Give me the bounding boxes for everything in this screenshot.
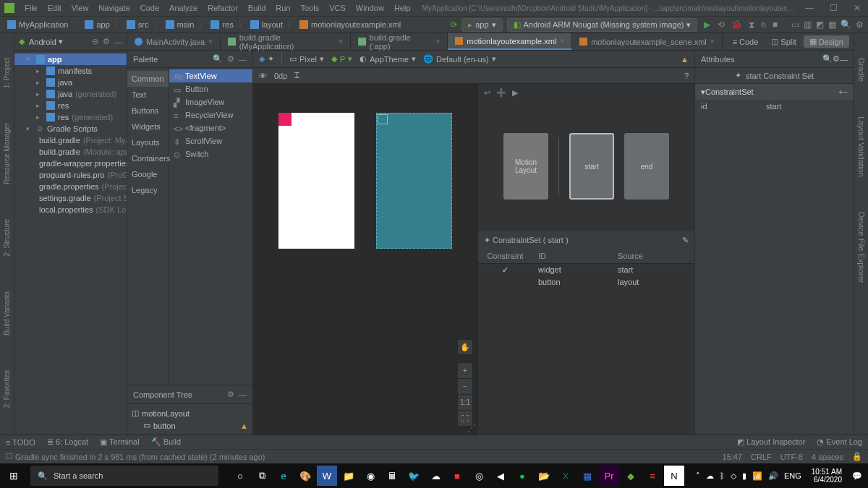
hide-icon[interactable]: — (239, 390, 247, 399)
menu-build[interactable]: Build (244, 1, 270, 14)
blueprint-preview[interactable] (376, 113, 452, 249)
tool-structure[interactable]: 2: Structure (3, 216, 11, 260)
tab-build-app[interactable]: build.gradle (:app)× (351, 33, 448, 50)
tray-dropbox-icon[interactable]: ◇ (731, 471, 736, 481)
explorer-icon[interactable]: 📁 (339, 466, 359, 486)
debug-icon[interactable]: 🐞 (731, 20, 742, 30)
tree-gradle-3[interactable]: proguard-rules.pro (ProGu (14, 169, 127, 181)
zoom-in-icon[interactable]: + (458, 363, 472, 379)
motion-box-layout[interactable]: Motion Layout (503, 133, 548, 200)
settings-icon[interactable]: ⚙ (856, 20, 864, 30)
menu-edit[interactable]: Edit (43, 1, 66, 14)
chrome-icon[interactable]: ◎ (469, 466, 489, 486)
tool-build[interactable]: 🔨 Build (151, 437, 182, 447)
collapse-icon[interactable]: ⊖ (92, 37, 98, 46)
motion-play-icon[interactable]: ▶ (512, 88, 518, 98)
tree-gradle-4[interactable]: gradle.properties (Project (14, 181, 127, 192)
tray-wifi-icon[interactable]: 📶 (752, 471, 762, 481)
tree-res-gen[interactable]: ▸res (generated) (14, 111, 127, 123)
status-indent[interactable]: 4 spaces (812, 453, 843, 461)
android-studio-icon[interactable]: ◆ (621, 466, 641, 486)
steam-icon[interactable]: ◉ (360, 466, 380, 486)
app-8[interactable]: 🐦 (404, 466, 424, 486)
design-preview[interactable] (278, 113, 354, 249)
button-view[interactable] (278, 113, 292, 126)
notion-icon[interactable]: N (664, 466, 684, 486)
mode-design[interactable]: ▦ Design (804, 35, 849, 48)
sync-icon[interactable]: ⟳ (451, 20, 457, 30)
sdk-manager-icon[interactable]: ▥ (804, 20, 812, 30)
stop-icon[interactable]: ■ (773, 20, 778, 30)
tray-bluetooth-icon[interactable]: ᛒ (720, 471, 725, 480)
item-recyclerview[interactable]: ≡RecyclerView (169, 108, 252, 121)
cat-common[interactable]: Common (127, 71, 169, 87)
locale-picker[interactable]: 🌐 Default (en-us) ▾ (423, 54, 496, 64)
item-textview[interactable]: AbTextView (169, 69, 252, 82)
folder-icon[interactable]: 📂 (534, 466, 554, 486)
tree-gradle-0[interactable]: build.gradle (Project: MyA (14, 134, 127, 146)
status-line-sep[interactable]: CRLF (751, 453, 772, 461)
gear-icon[interactable]: ⚙ (227, 54, 234, 64)
menu-tools[interactable]: Tools (296, 1, 323, 14)
tree-java-gen[interactable]: ▸java (generated) (14, 88, 127, 100)
constraint-row-1[interactable]: button layout (478, 276, 694, 288)
ct-button[interactable]: ▭button▲ (127, 419, 252, 432)
tree-gradle-scripts[interactable]: ▾⛭Gradle Scripts (14, 123, 127, 134)
tab-build-proj[interactable]: build.gradle (MyApplication)× (221, 33, 351, 50)
tool-terminal[interactable]: ▣ Terminal (100, 437, 139, 447)
menu-help[interactable]: Help (390, 1, 415, 14)
cat-legacy[interactable]: Legacy (127, 182, 169, 198)
tool-favorites[interactable]: 2: Favorites (3, 367, 11, 411)
theme-picker[interactable]: ◐ AppTheme ▾ (359, 54, 416, 64)
tree-res[interactable]: ▸res (14, 100, 127, 111)
crumb-app[interactable]: app (82, 20, 112, 29)
crumb-res[interactable]: res (208, 20, 236, 29)
ct-motionlayout[interactable]: ◫motionLayout (127, 407, 252, 419)
design-surface[interactable]: ⋰ ✋ + − 1:1 ⛶ (253, 84, 477, 435)
calc-icon[interactable]: 🖩 (382, 466, 402, 486)
cat-buttons[interactable]: Buttons (127, 103, 169, 119)
start-button[interactable]: ⊞ (0, 470, 27, 481)
help-icon[interactable]: ? (684, 72, 689, 80)
task-view-icon[interactable]: ⧉ (252, 466, 272, 486)
apply-changes-icon[interactable]: ⟲ (718, 20, 725, 30)
constraint-row-0[interactable]: ✓ widget start (478, 264, 694, 276)
motion-add-icon[interactable]: ➕ (496, 88, 506, 98)
warning-icon[interactable]: ▲ (681, 55, 689, 64)
premiere-icon[interactable]: Pr (599, 466, 619, 486)
app-10[interactable]: ■ (447, 466, 467, 486)
gear-icon[interactable]: ⚙ (833, 54, 840, 64)
app-9[interactable]: ☁ (425, 466, 446, 486)
tree-manifests[interactable]: ▸manifests (14, 65, 127, 77)
menu-refactor[interactable]: Refactor (203, 1, 242, 14)
tree-gradle-2[interactable]: gradle-wrapper.properties (14, 158, 127, 169)
spotify-icon[interactable]: ● (512, 466, 532, 486)
mode-code[interactable]: ≡ Code (727, 36, 765, 48)
zoom-11-icon[interactable]: 1:1 (458, 395, 472, 411)
item-switch[interactable]: ⊙Switch (169, 147, 252, 160)
cat-containers[interactable]: Containers (127, 150, 169, 166)
tool-logcat[interactable]: ≣ 6: Logcat (47, 437, 88, 447)
zoom-field[interactable]: 0dp (274, 72, 287, 80)
status-caret[interactable]: 15:47 (723, 453, 743, 461)
project-view-selector[interactable]: Android▾ (29, 37, 63, 46)
cat-google[interactable]: Google (127, 166, 169, 182)
menu-window[interactable]: Window (352, 1, 388, 14)
attach-icon[interactable]: ⎋ (761, 20, 766, 30)
edge-icon[interactable]: e (273, 466, 294, 486)
search-icon[interactable]: 🔍 (841, 20, 851, 30)
maximize-button[interactable]: ☐ (827, 3, 841, 13)
paint-icon[interactable]: 🎨 (295, 466, 315, 486)
hide-icon[interactable]: — (239, 55, 247, 64)
tab-mainactivity[interactable]: MainActivity.java× (127, 33, 221, 50)
hide-icon[interactable]: — (114, 38, 122, 46)
project-tree[interactable]: ▾app ▸manifests ▸java ▸java (generated) … (14, 51, 127, 435)
gear-icon[interactable]: ⚙ (103, 37, 110, 46)
menu-run[interactable]: Run (271, 1, 294, 14)
resource-manager-icon[interactable]: ▦ (828, 20, 836, 30)
run-config-selector[interactable]: ▸app▾ (461, 18, 502, 32)
menu-vcs[interactable]: VCS (325, 1, 350, 14)
mode-split[interactable]: ◫ Split (765, 35, 801, 48)
tray-up-icon[interactable]: ˄ (696, 471, 700, 481)
excel-icon[interactable]: X (556, 466, 576, 486)
